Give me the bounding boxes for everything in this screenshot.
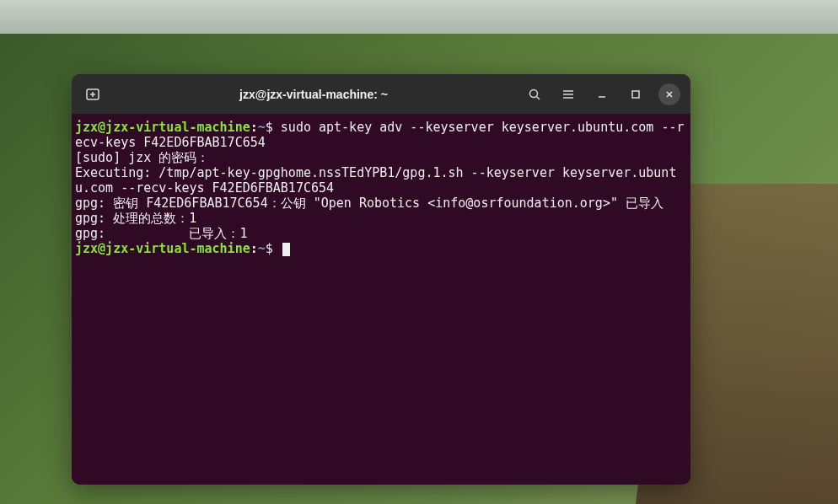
prompt-user: jzx@jzx-virtual-machine	[75, 120, 250, 135]
minimize-icon	[597, 89, 607, 99]
new-tab-icon	[85, 87, 100, 102]
cursor	[282, 243, 290, 256]
output-line: [sudo] jzx 的密码：	[75, 150, 209, 165]
prompt-path: ~	[258, 120, 266, 135]
output-line: Executing: /tmp/apt-key-gpghome.nssTEdYP…	[75, 165, 676, 196]
svg-line-4	[537, 96, 540, 99]
svg-point-3	[530, 89, 538, 97]
menu-button[interactable]	[554, 80, 583, 109]
prompt-colon: :	[250, 241, 258, 256]
maximize-icon	[631, 89, 641, 99]
hamburger-icon	[561, 88, 575, 101]
terminal-window: jzx@jzx-virtual-machine: ~	[72, 74, 690, 485]
window-title: jzx@jzx-virtual-machine: ~	[112, 88, 515, 101]
prompt-path: ~	[258, 241, 266, 256]
svg-rect-9	[632, 91, 639, 98]
search-icon	[528, 88, 541, 101]
terminal-body[interactable]: jzx@jzx-virtual-machine:~$ sudo apt-key …	[72, 115, 690, 485]
search-button[interactable]	[520, 80, 549, 109]
close-button[interactable]	[658, 83, 680, 105]
close-icon	[664, 89, 674, 99]
prompt-dollar: $	[266, 241, 273, 256]
minimize-button[interactable]	[591, 83, 613, 105]
prompt-dollar: $	[266, 120, 273, 135]
prompt-user: jzx@jzx-virtual-machine	[75, 241, 250, 256]
output-line: gpg: 密钥 F42ED6FBAB17C654：公钥 "Open Roboti…	[75, 196, 663, 211]
titlebar: jzx@jzx-virtual-machine: ~	[72, 74, 690, 115]
maximize-button[interactable]	[625, 83, 647, 105]
output-line: gpg: 处理的总数：1	[75, 211, 196, 226]
output-line: gpg: 已导入：1	[75, 226, 248, 241]
new-tab-button[interactable]	[78, 80, 107, 109]
prompt-colon: :	[250, 120, 258, 135]
